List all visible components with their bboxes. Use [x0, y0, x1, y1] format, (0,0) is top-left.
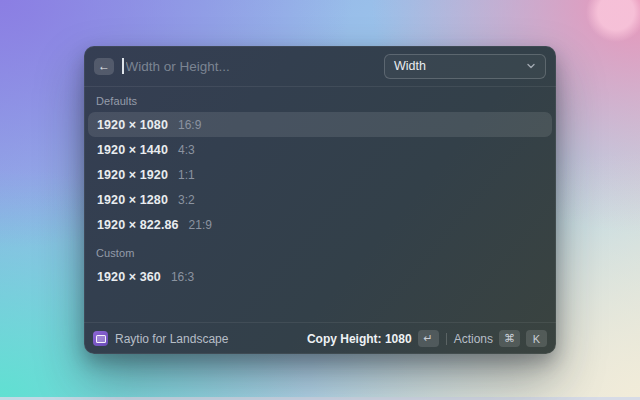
footer-bar: Raytio for Landscape Copy Height: 1080 ↵…: [84, 322, 556, 354]
section-label: Custom: [88, 243, 552, 264]
list-item[interactable]: 1920 × 19201:1: [88, 162, 552, 187]
resolution-label: 1920 × 822.86: [97, 218, 179, 232]
back-button[interactable]: ←: [94, 58, 114, 75]
aspect-ratio-label: 16:3: [171, 270, 194, 284]
app-name: Raytio for Landscape: [115, 332, 228, 346]
footer-actions: Copy Height: 1080 ↵ Actions ⌘ K: [307, 330, 547, 347]
list-item[interactable]: 1920 × 822.8621:9: [88, 212, 552, 237]
resolution-label: 1920 × 1920: [97, 168, 168, 182]
raytio-launcher-window: ← Width or Height... Width Defaults1920 …: [84, 46, 556, 354]
aspect-ratio-glyph: [96, 335, 106, 343]
list-item[interactable]: 1920 × 36016:3: [88, 264, 552, 289]
desktop-wallpaper: ← Width or Height... Width Defaults1920 …: [0, 0, 640, 400]
aspect-ratio-label: 3:2: [178, 193, 195, 207]
search-placeholder: Width or Height...: [126, 59, 230, 74]
aspect-ratio-label: 1:1: [178, 168, 195, 182]
aspect-ratio-label: 16:9: [178, 118, 201, 132]
list-item[interactable]: 1920 × 14404:3: [88, 137, 552, 162]
dropdown-selected-value: Width: [394, 59, 426, 73]
search-header: ← Width or Height... Width: [84, 46, 556, 87]
list-item[interactable]: 1920 × 12803:2: [88, 187, 552, 212]
chevron-down-icon: [526, 61, 536, 71]
search-input[interactable]: Width or Height...: [122, 58, 376, 74]
footer-divider: [446, 333, 447, 345]
back-arrow-icon: ←: [98, 58, 110, 75]
dimension-mode-dropdown[interactable]: Width: [384, 54, 546, 79]
k-key-badge: K: [526, 330, 547, 347]
aspect-ratio-label: 4:3: [178, 143, 195, 157]
text-caret: [122, 58, 124, 74]
resolution-label: 1920 × 1080: [97, 118, 168, 132]
copy-height-action[interactable]: Copy Height: 1080 ↵: [307, 330, 439, 347]
raytio-app-icon: [93, 331, 108, 346]
cmd-key-badge: ⌘: [499, 330, 520, 347]
list-item[interactable]: 1920 × 108016:9: [88, 112, 552, 137]
actions-label: Actions: [454, 332, 493, 346]
resolution-label: 1920 × 1280: [97, 193, 168, 207]
results-list: Defaults1920 × 108016:91920 × 14404:3192…: [84, 87, 556, 322]
section-label: Defaults: [88, 91, 552, 112]
copy-height-label: Copy Height: 1080: [307, 332, 412, 346]
resolution-label: 1920 × 360: [97, 270, 161, 284]
enter-key-badge: ↵: [418, 330, 439, 347]
footer-app-info: Raytio for Landscape: [93, 331, 228, 346]
actions-menu-button[interactable]: Actions ⌘ K: [454, 330, 547, 347]
aspect-ratio-label: 21:9: [189, 218, 212, 232]
resolution-label: 1920 × 1440: [97, 143, 168, 157]
